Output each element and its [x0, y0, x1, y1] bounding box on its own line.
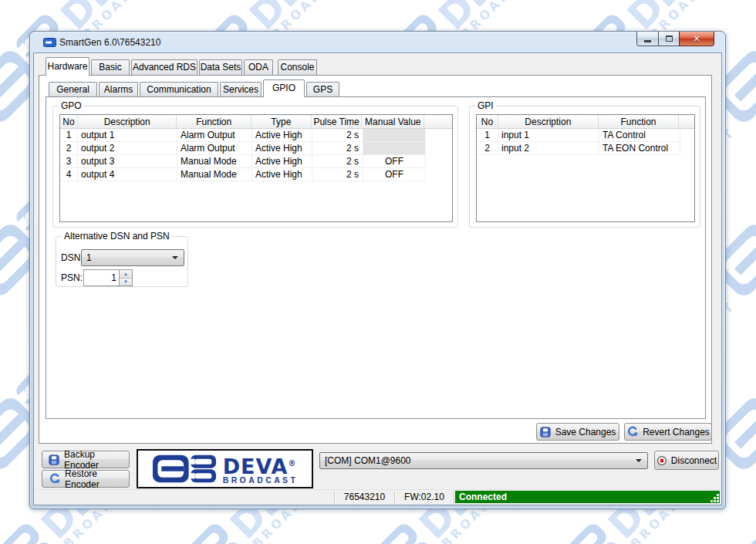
table-row[interactable]: 2 input 2 TA EON Control — [477, 142, 694, 155]
title-bar[interactable]: SmartGen 6.0\76543210 ✕ — [30, 32, 725, 53]
close-icon: ✕ — [693, 34, 700, 44]
connection-select[interactable]: [COM] COM1@9600 — [319, 452, 648, 469]
psn-label: PSN: — [61, 272, 83, 283]
psn-stepper[interactable]: 1 ▲ ▼ — [83, 269, 133, 286]
cell-manual-value-toggle[interactable]: OFF — [363, 168, 426, 181]
cell-function: TA Control — [599, 129, 680, 142]
revert-changes-label: Revert Changes — [643, 427, 710, 438]
restore-encoder-label: Restore Encoder — [65, 468, 129, 490]
cell-function: Alarm Output — [177, 142, 252, 155]
resize-grip[interactable] — [717, 500, 719, 502]
backup-encoder-label: Backup Encoder — [64, 449, 129, 471]
table-row[interactable]: 4 output 4 Manual Mode Active High 2 s O… — [60, 168, 452, 181]
gpo-col-type[interactable]: Type — [251, 115, 312, 128]
gpo-col-no[interactable]: No — [60, 115, 78, 128]
cell-description: input 2 — [498, 142, 599, 155]
revert-changes-button[interactable]: Revert Changes — [624, 423, 712, 441]
cell-no: 4 — [60, 168, 78, 181]
connection-status-badge: Connected — [454, 491, 720, 503]
gpi-group-legend: GPI — [475, 100, 496, 111]
table-row[interactable]: 3 output 3 Manual Mode Active High 2 s O… — [60, 155, 452, 168]
cell-no: 1 — [477, 129, 498, 142]
gpi-col-function[interactable]: Function — [599, 115, 679, 128]
save-changes-label: Save Changes — [555, 427, 616, 438]
deva-brand-text: DEVA — [223, 454, 289, 478]
cell-type: Active High — [252, 142, 312, 155]
gpo-col-filler — [424, 115, 452, 128]
revert-icon — [626, 426, 638, 438]
restore-icon — [49, 473, 60, 485]
disconnect-button[interactable]: Disconnect — [654, 451, 719, 470]
deva-wordmark: DEVA® BROADCAST — [223, 454, 299, 484]
hardware-page: General Alarms Communication Services GP… — [39, 75, 712, 444]
maximize-icon — [666, 35, 673, 42]
deva-broadcast-logo: DEVA® BROADCAST — [137, 449, 313, 488]
gpo-col-pulse-time[interactable]: Pulse Time — [312, 115, 363, 128]
table-row[interactable]: 1 input 1 TA Control — [477, 129, 694, 142]
tab-oda[interactable]: ODA — [244, 59, 273, 75]
cell-type: Active High — [252, 168, 312, 181]
tab-data-sets[interactable]: Data Sets — [199, 59, 242, 75]
app-window: SmartGen 6.0\76543210 ✕ Hardware Basic R… — [29, 31, 726, 509]
gpo-col-function[interactable]: Function — [177, 115, 251, 128]
cell-type: Active High — [252, 129, 312, 142]
table-row[interactable]: 2 output 2 Alarm Output Active High 2 s — [60, 142, 452, 155]
table-row[interactable]: 1 output 1 Alarm Output Active High 2 s — [60, 129, 452, 142]
tab-advanced-rds[interactable]: Advanced RDS — [131, 59, 197, 75]
spin-down-icon[interactable]: ▼ — [120, 279, 132, 286]
gpi-col-description[interactable]: Description — [498, 115, 599, 128]
subtab-alarms[interactable]: Alarms — [99, 82, 138, 96]
cell-pulse-time: 2 s — [312, 142, 363, 155]
subtab-services[interactable]: Services — [220, 82, 262, 96]
cell-description: output 4 — [78, 168, 177, 181]
subtab-communication[interactable]: Communication — [140, 82, 218, 96]
subtab-gpio[interactable]: GPIO — [263, 79, 305, 97]
close-button[interactable]: ✕ — [679, 32, 714, 46]
desktop: DEVA BROADCAST — [0, 0, 756, 544]
cell-type: Active High — [252, 155, 312, 168]
serial-number-cell: 76543210 — [334, 491, 394, 503]
client-area: Hardware Basic RDS Advanced RDS Data Set… — [33, 52, 722, 505]
maximize-button[interactable] — [658, 32, 680, 46]
gpi-col-no[interactable]: No — [477, 115, 498, 128]
gpo-col-manual-value[interactable]: Manual Value — [362, 115, 424, 128]
gpi-table-header: No Description Function — [477, 115, 694, 129]
save-icon — [540, 427, 551, 438]
tab-hardware[interactable]: Hardware — [46, 57, 89, 76]
cell-pulse-time: 2 s — [312, 129, 363, 142]
gpo-col-description[interactable]: Description — [78, 115, 177, 128]
backup-encoder-button[interactable]: Backup Encoder — [42, 451, 130, 468]
dsn-label: DSN: — [61, 252, 83, 263]
psn-spin-buttons: ▲ ▼ — [119, 270, 132, 286]
window-title: SmartGen 6.0\76543210 — [59, 37, 160, 48]
deva-db-mark-icon — [152, 454, 217, 483]
cell-no: 3 — [60, 155, 78, 168]
tab-basic-rds[interactable]: Basic RDS — [91, 59, 130, 75]
deva-broadcast-text: BROADCAST — [223, 476, 299, 484]
subtab-general[interactable]: General — [49, 82, 97, 96]
gpio-page: GPO No Description Function Type Pulse T… — [46, 96, 706, 419]
cell-manual-value-toggle[interactable]: OFF — [363, 155, 426, 168]
minimize-icon — [644, 40, 651, 42]
gpo-group-legend: GPO — [59, 100, 84, 111]
chevron-down-icon — [172, 256, 178, 259]
gpi-table[interactable]: No Description Function 1 input 1 TA Con… — [476, 114, 695, 222]
tab-console[interactable]: Console — [278, 59, 317, 75]
cell-function: TA EON Control — [599, 142, 680, 155]
gpo-table[interactable]: No Description Function Type Pulse Time … — [59, 114, 453, 222]
subtab-gps[interactable]: GPS — [306, 82, 339, 96]
registered-mark: ® — [288, 459, 296, 468]
backup-icon — [49, 454, 59, 465]
dsn-select[interactable]: 1 — [81, 249, 184, 266]
spin-up-icon[interactable]: ▲ — [120, 270, 132, 279]
gpi-group: GPI No Description Function 1 input 1 — [469, 106, 700, 228]
save-changes-button[interactable]: Save Changes — [536, 423, 619, 441]
gpi-col-filler — [679, 115, 694, 128]
cell-description: output 2 — [78, 142, 177, 155]
window-controls: ✕ — [637, 32, 714, 46]
psn-value: 1 — [84, 270, 119, 286]
cell-function: Alarm Output — [177, 129, 252, 142]
restore-encoder-button[interactable]: Restore Encoder — [42, 470, 130, 488]
minimize-button[interactable] — [636, 32, 659, 46]
firmware-cell: FW:02.10 — [394, 491, 454, 503]
